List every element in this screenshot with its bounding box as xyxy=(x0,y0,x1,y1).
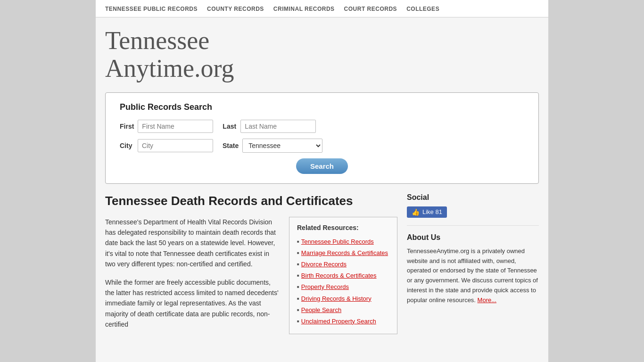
first-name-group: First xyxy=(120,120,213,133)
nav-item-county-records[interactable]: COUNTY RECORDS xyxy=(207,5,264,12)
nav-item-tennessee-public-records[interactable]: TENNESSEE PUBLIC RECORDS xyxy=(105,5,198,12)
last-name-label: Last xyxy=(223,123,237,130)
list-item: Marriage Records & Certificates xyxy=(297,247,389,259)
related-resources-heading: Related Resources: xyxy=(297,224,389,231)
list-item: Unclaimed Property Search xyxy=(297,316,389,327)
nav-item-court-records[interactable]: COURT RECORDS xyxy=(344,5,397,12)
about-us-text: TennesseeAnytime.org is a privately owne… xyxy=(407,247,539,305)
thumbs-up-icon: 👍 xyxy=(412,208,420,216)
nav-item-criminal-records[interactable]: CRIMINAL RECORDS xyxy=(273,5,335,12)
site-logo: Tennessee Anytime.org xyxy=(105,27,539,83)
social-heading: Social xyxy=(407,193,539,202)
last-name-group: Last xyxy=(223,120,316,133)
search-title: Public Records Search xyxy=(120,102,524,112)
related-link-people[interactable]: People Search xyxy=(301,306,341,314)
related-link-marriage[interactable]: Marriage Records & Certificates xyxy=(301,249,388,257)
related-resources-box: Related Resources: Tennessee Public Reco… xyxy=(289,217,397,335)
search-button-row: Search xyxy=(120,158,524,174)
about-us-section: About Us TennesseeAnytime.org is a priva… xyxy=(407,233,539,305)
state-select[interactable]: Tennessee xyxy=(242,139,322,153)
article-title: Tennessee Death Records and Certificates xyxy=(105,193,397,209)
location-row: City State Tennessee xyxy=(120,139,524,153)
search-box: Public Records Search First Last City St… xyxy=(105,92,539,184)
left-content: Tennessee Death Records and Certificates… xyxy=(105,193,397,342)
city-group: City xyxy=(120,139,213,152)
fb-like-count: Like 81 xyxy=(422,208,442,215)
related-link-tn-public[interactable]: Tennessee Public Records xyxy=(301,238,374,246)
social-section: Social 👍 Like 81 xyxy=(407,193,539,226)
last-name-input[interactable] xyxy=(240,120,316,133)
related-resources-list: Tennessee Public Records Marriage Record… xyxy=(297,236,389,328)
more-link[interactable]: More... xyxy=(478,296,496,304)
about-us-heading: About Us xyxy=(407,233,539,242)
related-link-birth[interactable]: Birth Records & Certificates xyxy=(301,272,377,280)
city-label: City xyxy=(120,142,134,149)
logo-area: Tennessee Anytime.org xyxy=(96,17,548,88)
main-content: Tennessee Death Records and Certificates… xyxy=(96,193,548,342)
search-button[interactable]: Search xyxy=(296,158,348,174)
list-item: Property Records xyxy=(297,281,389,293)
first-name-input[interactable] xyxy=(138,120,213,133)
facebook-like-button[interactable]: 👍 Like 81 xyxy=(407,206,447,218)
state-label: State xyxy=(223,142,239,149)
nav-item-colleges[interactable]: COLLEGES xyxy=(406,5,439,12)
city-input[interactable] xyxy=(138,139,213,152)
right-sidebar: Social 👍 Like 81 About Us TennesseeAnyti… xyxy=(407,193,539,342)
list-item: Driving Records & History xyxy=(297,293,389,304)
name-row: First Last xyxy=(120,120,524,133)
navigation: TENNESSEE PUBLIC RECORDS COUNTY RECORDS … xyxy=(96,0,548,17)
related-link-property[interactable]: Property Records xyxy=(301,283,349,291)
related-link-unclaimed[interactable]: Unclaimed Property Search xyxy=(301,317,376,326)
related-link-driving[interactable]: Driving Records & History xyxy=(301,295,372,303)
list-item: Divorce Records xyxy=(297,259,389,270)
related-link-divorce[interactable]: Divorce Records xyxy=(301,260,347,269)
first-name-label: First xyxy=(120,123,134,130)
list-item: Birth Records & Certificates xyxy=(297,270,389,281)
list-item: Tennessee Public Records xyxy=(297,236,389,247)
state-group: State Tennessee xyxy=(223,139,322,153)
list-item: People Search xyxy=(297,304,389,316)
